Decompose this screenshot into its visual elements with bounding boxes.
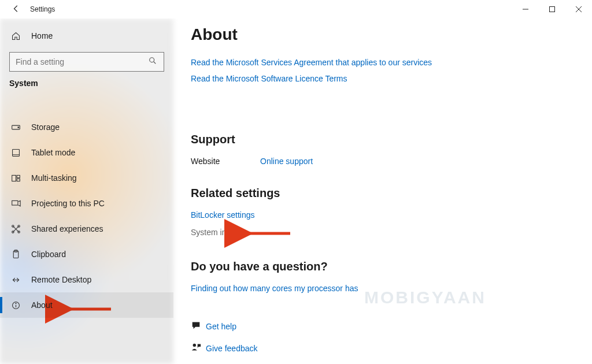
support-website-label: Website <box>191 157 260 166</box>
sidebar-item-remote-desktop[interactable]: Remote Desktop <box>0 267 173 292</box>
storage-icon <box>9 122 22 132</box>
sidebar-item-label: Tablet mode <box>31 148 75 157</box>
search-box[interactable] <box>9 52 164 72</box>
sidebar-section-label: System <box>0 77 173 94</box>
search-icon <box>149 57 158 67</box>
related-settings-heading: Related settings <box>191 187 575 200</box>
window-title: Settings <box>27 5 55 13</box>
sidebar-item-label: Shared experiences <box>31 224 103 233</box>
question-heading: Do you have a question? <box>191 260 575 273</box>
get-help-label: Get help <box>206 322 236 331</box>
info-icon <box>9 300 22 310</box>
sidebar: Home System Storage Tablet mode Multi-ta… <box>0 18 173 364</box>
sidebar-item-clipboard[interactable]: Clipboard <box>0 242 173 267</box>
link-system-info[interactable]: System info <box>191 228 575 237</box>
svg-rect-8 <box>12 149 19 156</box>
svg-rect-10 <box>12 175 16 181</box>
multitasking-icon <box>9 173 22 183</box>
svg-point-7 <box>17 127 18 128</box>
link-cores-question[interactable]: Finding out how many cores my processor … <box>191 284 358 293</box>
svg-point-26 <box>193 344 196 347</box>
search-input[interactable] <box>16 57 149 66</box>
feedback-icon <box>191 342 206 355</box>
sidebar-item-about[interactable]: About <box>0 292 173 318</box>
give-feedback-label: Give feedback <box>206 344 258 353</box>
close-button[interactable] <box>565 0 592 18</box>
chat-icon <box>191 320 206 333</box>
remote-desktop-icon <box>9 275 22 285</box>
give-feedback[interactable]: Give feedback <box>191 340 575 356</box>
svg-point-25 <box>15 303 16 303</box>
sidebar-item-label: Storage <box>31 122 60 132</box>
support-heading: Support <box>191 133 575 146</box>
sidebar-item-label: Multi-tasking <box>31 173 77 183</box>
link-bitlocker-settings[interactable]: BitLocker settings <box>191 210 255 220</box>
svg-line-5 <box>154 62 156 64</box>
projecting-icon <box>9 199 22 209</box>
link-licence-terms[interactable]: Read the Microsoft Software Licence Term… <box>191 74 347 83</box>
home-icon <box>9 31 22 41</box>
sidebar-item-projecting[interactable]: Projecting to this PC <box>0 191 173 216</box>
sidebar-item-tablet-mode[interactable]: Tablet mode <box>0 140 173 165</box>
sidebar-item-storage[interactable]: Storage <box>0 114 173 140</box>
svg-rect-12 <box>17 179 20 181</box>
titlebar: Settings <box>0 0 592 18</box>
get-help[interactable]: Get help <box>191 318 575 335</box>
sidebar-item-label: Projecting to this PC <box>31 199 105 208</box>
sidebar-item-multitasking[interactable]: Multi-tasking <box>0 165 173 191</box>
svg-rect-11 <box>17 175 20 177</box>
clipboard-icon <box>9 250 22 259</box>
maximize-button[interactable] <box>539 0 565 18</box>
sidebar-item-shared-experiences[interactable]: Shared experiences <box>0 216 173 242</box>
link-services-agreement[interactable]: Read the Microsoft Services Agreement th… <box>191 58 432 67</box>
sidebar-item-label: About <box>31 300 53 310</box>
window-controls <box>512 0 592 18</box>
sidebar-item-label: Remote Desktop <box>31 275 91 284</box>
page-title: About <box>191 25 575 44</box>
sidebar-item-label: Clipboard <box>31 250 66 259</box>
sidebar-home-label: Home <box>31 31 53 40</box>
back-button[interactable] <box>6 5 27 14</box>
shared-icon <box>9 224 22 234</box>
sidebar-home[interactable]: Home <box>0 23 173 49</box>
tablet-icon <box>9 148 22 158</box>
minimize-button[interactable] <box>512 0 539 18</box>
svg-rect-1 <box>550 7 555 12</box>
content-area: About Read the Microsoft Services Agreem… <box>173 18 592 364</box>
svg-point-4 <box>150 58 154 62</box>
link-online-support[interactable]: Online support <box>260 157 313 166</box>
svg-rect-13 <box>12 200 17 205</box>
